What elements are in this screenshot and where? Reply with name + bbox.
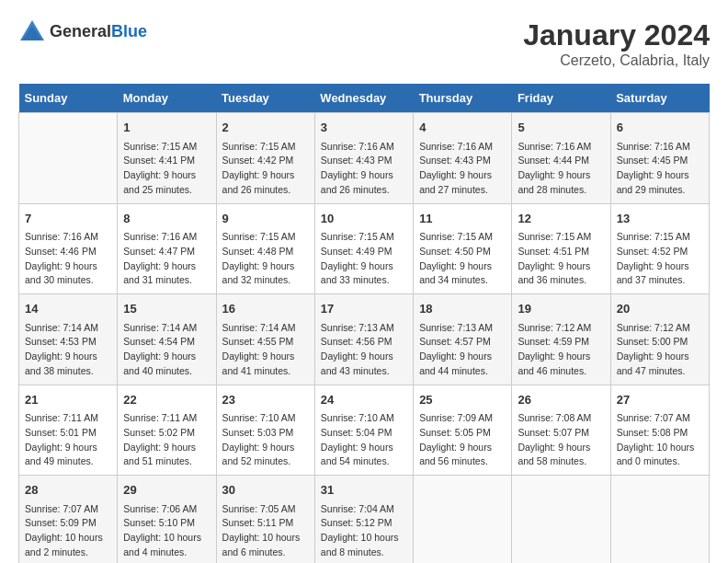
day-number: 29 — [123, 481, 210, 500]
weekday-header-monday: Monday — [118, 84, 216, 113]
calendar-cell: 10Sunrise: 7:15 AMSunset: 4:49 PMDayligh… — [314, 203, 413, 294]
day-number: 30 — [222, 481, 309, 500]
day-number: 26 — [518, 391, 604, 409]
day-info: Sunrise: 7:07 AMSunset: 5:08 PMDaylight:… — [617, 411, 703, 469]
calendar-cell: 24Sunrise: 7:10 AMSunset: 5:04 PMDayligh… — [314, 385, 413, 476]
day-number: 19 — [518, 300, 604, 318]
calendar-cell — [19, 113, 118, 204]
day-number: 31 — [321, 481, 407, 500]
calendar-body: 1Sunrise: 7:15 AMSunset: 4:41 PMDaylight… — [19, 113, 710, 564]
calendar-cell: 22Sunrise: 7:11 AMSunset: 5:02 PMDayligh… — [118, 385, 216, 476]
calendar-cell: 4Sunrise: 7:16 AMSunset: 4:43 PMDaylight… — [414, 113, 512, 204]
day-number: 23 — [222, 391, 309, 409]
day-info: Sunrise: 7:15 AMSunset: 4:48 PMDaylight:… — [222, 230, 309, 288]
calendar-cell — [414, 476, 512, 564]
day-info: Sunrise: 7:16 AMSunset: 4:45 PMDaylight:… — [617, 140, 703, 198]
calendar-cell: 8Sunrise: 7:16 AMSunset: 4:47 PMDaylight… — [118, 203, 216, 294]
day-info: Sunrise: 7:10 AMSunset: 5:04 PMDaylight:… — [321, 411, 407, 469]
calendar-cell: 21Sunrise: 7:11 AMSunset: 5:01 PMDayligh… — [19, 385, 118, 476]
day-info: Sunrise: 7:10 AMSunset: 5:03 PMDaylight:… — [222, 411, 309, 469]
calendar-cell: 27Sunrise: 7:07 AMSunset: 5:08 PMDayligh… — [610, 385, 709, 476]
weekday-header-sunday: Sunday — [19, 84, 118, 113]
calendar-cell: 30Sunrise: 7:05 AMSunset: 5:11 PMDayligh… — [216, 476, 314, 564]
calendar-cell: 26Sunrise: 7:08 AMSunset: 5:07 PMDayligh… — [512, 385, 610, 476]
day-number: 7 — [25, 210, 111, 228]
calendar-table: SundayMondayTuesdayWednesdayThursdayFrid… — [18, 84, 710, 563]
weekday-header-thursday: Thursday — [414, 84, 512, 113]
day-number: 3 — [321, 119, 407, 137]
calendar-cell: 19Sunrise: 7:12 AMSunset: 4:59 PMDayligh… — [512, 294, 610, 385]
location-title: Cerzeto, Calabria, Italy — [523, 52, 710, 69]
weekday-header-tuesday: Tuesday — [216, 84, 314, 113]
day-number: 10 — [321, 210, 407, 228]
day-info: Sunrise: 7:15 AMSunset: 4:42 PMDaylight:… — [222, 140, 309, 198]
calendar-week-row: 28Sunrise: 7:07 AMSunset: 5:09 PMDayligh… — [19, 476, 710, 564]
day-number: 27 — [617, 391, 703, 409]
logo-text-blue: Blue — [111, 22, 147, 40]
day-info: Sunrise: 7:13 AMSunset: 4:56 PMDaylight:… — [321, 321, 407, 379]
day-info: Sunrise: 7:11 AMSunset: 5:01 PMDaylight:… — [25, 411, 111, 469]
calendar-cell: 15Sunrise: 7:14 AMSunset: 4:54 PMDayligh… — [118, 294, 216, 385]
month-title: January 2024 — [523, 18, 710, 52]
day-number: 24 — [321, 391, 407, 409]
day-info: Sunrise: 7:09 AMSunset: 5:05 PMDaylight:… — [419, 411, 506, 469]
day-info: Sunrise: 7:06 AMSunset: 5:10 PMDaylight:… — [123, 502, 210, 560]
day-info: Sunrise: 7:14 AMSunset: 4:55 PMDaylight:… — [222, 321, 309, 379]
calendar-week-row: 1Sunrise: 7:15 AMSunset: 4:41 PMDaylight… — [19, 113, 710, 204]
day-number: 2 — [222, 119, 309, 137]
day-info: Sunrise: 7:15 AMSunset: 4:41 PMDaylight:… — [123, 140, 210, 198]
day-info: Sunrise: 7:12 AMSunset: 4:59 PMDaylight:… — [518, 321, 604, 379]
day-info: Sunrise: 7:14 AMSunset: 4:54 PMDaylight:… — [123, 321, 210, 379]
weekday-header-row: SundayMondayTuesdayWednesdayThursdayFrid… — [19, 84, 710, 113]
day-number: 6 — [617, 119, 703, 137]
calendar-cell: 31Sunrise: 7:04 AMSunset: 5:12 PMDayligh… — [314, 476, 413, 564]
calendar-cell: 11Sunrise: 7:15 AMSunset: 4:50 PMDayligh… — [414, 203, 512, 294]
day-info: Sunrise: 7:16 AMSunset: 4:43 PMDaylight:… — [321, 140, 407, 198]
day-number: 13 — [617, 210, 703, 228]
calendar-cell: 2Sunrise: 7:15 AMSunset: 4:42 PMDaylight… — [216, 113, 314, 204]
weekday-header-friday: Friday — [512, 84, 610, 113]
day-number: 12 — [518, 210, 604, 228]
calendar-cell: 28Sunrise: 7:07 AMSunset: 5:09 PMDayligh… — [19, 476, 118, 564]
calendar-week-row: 14Sunrise: 7:14 AMSunset: 4:53 PMDayligh… — [19, 294, 710, 385]
day-info: Sunrise: 7:11 AMSunset: 5:02 PMDaylight:… — [123, 411, 210, 469]
calendar-cell: 5Sunrise: 7:16 AMSunset: 4:44 PMDaylight… — [512, 113, 610, 204]
day-number: 11 — [419, 210, 506, 228]
calendar-cell: 25Sunrise: 7:09 AMSunset: 5:05 PMDayligh… — [414, 385, 512, 476]
day-info: Sunrise: 7:16 AMSunset: 4:46 PMDaylight:… — [25, 230, 111, 288]
calendar-cell: 20Sunrise: 7:12 AMSunset: 5:00 PMDayligh… — [610, 294, 709, 385]
day-info: Sunrise: 7:13 AMSunset: 4:57 PMDaylight:… — [419, 321, 506, 379]
calendar-cell: 1Sunrise: 7:15 AMSunset: 4:41 PMDaylight… — [118, 113, 216, 204]
day-info: Sunrise: 7:08 AMSunset: 5:07 PMDaylight:… — [518, 411, 604, 469]
calendar-cell: 23Sunrise: 7:10 AMSunset: 5:03 PMDayligh… — [216, 385, 314, 476]
day-number: 5 — [518, 119, 604, 137]
logo: GeneralBlue — [18, 18, 147, 44]
calendar-cell: 3Sunrise: 7:16 AMSunset: 4:43 PMDaylight… — [314, 113, 413, 204]
day-info: Sunrise: 7:16 AMSunset: 4:44 PMDaylight:… — [518, 140, 604, 198]
day-number: 17 — [321, 300, 407, 318]
calendar-cell: 13Sunrise: 7:15 AMSunset: 4:52 PMDayligh… — [610, 203, 709, 294]
day-number: 16 — [222, 300, 309, 318]
day-number: 25 — [419, 391, 506, 409]
calendar-cell — [610, 476, 709, 564]
weekday-header-wednesday: Wednesday — [314, 84, 413, 113]
logo-text-general: General — [50, 22, 111, 40]
day-number: 8 — [123, 210, 210, 228]
day-number: 9 — [222, 210, 309, 228]
calendar-cell: 9Sunrise: 7:15 AMSunset: 4:48 PMDaylight… — [216, 203, 314, 294]
day-number: 4 — [419, 119, 506, 137]
day-info: Sunrise: 7:16 AMSunset: 4:43 PMDaylight:… — [419, 140, 506, 198]
day-number: 15 — [123, 300, 210, 318]
day-info: Sunrise: 7:12 AMSunset: 5:00 PMDaylight:… — [617, 321, 703, 379]
calendar-week-row: 21Sunrise: 7:11 AMSunset: 5:01 PMDayligh… — [19, 385, 710, 476]
day-number: 20 — [617, 300, 703, 318]
page-header: GeneralBlue January 2024 Cerzeto, Calabr… — [18, 18, 710, 69]
calendar-cell: 7Sunrise: 7:16 AMSunset: 4:46 PMDaylight… — [19, 203, 118, 294]
day-number: 18 — [419, 300, 506, 318]
calendar-cell: 18Sunrise: 7:13 AMSunset: 4:57 PMDayligh… — [414, 294, 512, 385]
logo-icon — [18, 18, 46, 44]
day-number: 14 — [25, 300, 111, 318]
day-info: Sunrise: 7:15 AMSunset: 4:52 PMDaylight:… — [617, 230, 703, 288]
calendar-cell: 6Sunrise: 7:16 AMSunset: 4:45 PMDaylight… — [610, 113, 709, 204]
day-info: Sunrise: 7:15 AMSunset: 4:49 PMDaylight:… — [321, 230, 407, 288]
